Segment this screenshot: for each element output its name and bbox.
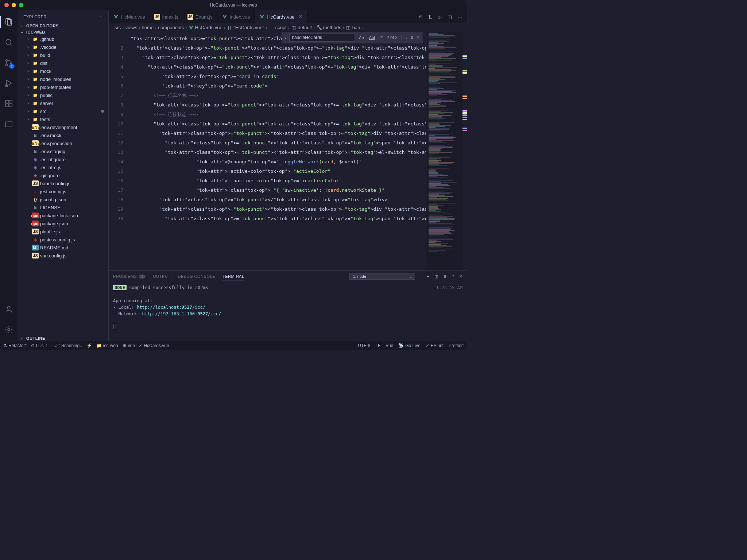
editor-tab[interactable]: JSEnum.js (183, 10, 217, 23)
window-close-button[interactable] (4, 3, 9, 7)
window-minimize-button[interactable] (12, 3, 16, 7)
open-editors-section[interactable]: ›OPEN EDITORS (18, 23, 108, 29)
terminal-cursor (113, 324, 116, 329)
new-terminal-icon[interactable]: + (427, 274, 429, 279)
status-scanning[interactable]: {..} : Scanning.. (52, 343, 82, 348)
status-refactor[interactable]: ⚗ Refactor* (3, 343, 27, 348)
terminal-content[interactable]: 11:23:45 AM DONE Compiled successfully i… (109, 282, 467, 341)
sidebar-more-icon[interactable]: ⋯ (98, 14, 103, 19)
split-editor-icon[interactable]: ◫ (448, 14, 452, 20)
code-content[interactable]: "tok-attr">class"tok-op">="tok-punct"><"… (131, 32, 426, 270)
tree-item[interactable]: ›📁dist (18, 59, 108, 67)
file-tree: ›📁.github›📁.vscode›📁build›📁dist›📁mock›📁n… (18, 35, 108, 335)
tree-item[interactable]: ♨jest.config.js (18, 187, 108, 195)
tree-item[interactable]: .ENV.env.development (18, 123, 108, 131)
status-problems[interactable]: ⊘ 0 ⚠ 1 (31, 343, 48, 348)
tree-item[interactable]: 🗎.env.mock (18, 131, 108, 139)
tree-item[interactable]: 🗎LICENSE (18, 203, 108, 211)
find-case-icon[interactable]: Aa (358, 35, 365, 40)
outline-section[interactable]: ›OUTLINE (18, 335, 108, 341)
status-encoding[interactable]: UTF-8 (358, 343, 370, 348)
tree-item[interactable]: ›📁.github (18, 35, 108, 43)
debug-console-tab[interactable]: DEBUG CONSOLE (178, 274, 215, 279)
tree-item[interactable]: ◆.gitignore (18, 171, 108, 179)
bottom-panel: PROBLEMS1 OUTPUT DEBUG CONSOLE TERMINAL … (109, 270, 467, 341)
more-actions-icon[interactable]: ⋯ (458, 14, 462, 20)
minimap[interactable] (426, 32, 462, 270)
editor-tab[interactable]: JSindex.js (150, 10, 183, 23)
timeline-icon[interactable]: ⟲ (418, 14, 422, 20)
editor-tab[interactable]: HcMap.vue (109, 10, 150, 23)
terminal-tab[interactable]: TERMINAL (222, 274, 244, 280)
tree-item[interactable]: JSbabel.config.js (18, 179, 108, 187)
tree-item[interactable]: ›📁.vscode (18, 43, 108, 51)
problems-tab[interactable]: PROBLEMS1 (113, 274, 146, 279)
tree-item[interactable]: ◉.eslintrc.js (18, 163, 108, 171)
maximize-panel-icon[interactable]: ^ (452, 274, 454, 279)
status-port[interactable]: ⚡ (86, 343, 92, 348)
editor-tab[interactable]: index.vue (217, 10, 255, 23)
tree-item[interactable]: npmpackage-lock.json (18, 211, 108, 219)
status-vue[interactable]: ⚙ vue | ✓ HcCards.vue (123, 343, 169, 348)
tree-item[interactable]: ›📁mock (18, 67, 108, 75)
project-section[interactable]: ⌄ICC-WEB (18, 29, 108, 35)
tree-item[interactable]: JSvue.config.js (18, 252, 108, 260)
tree-item[interactable]: {}jsconfig.json (18, 195, 108, 203)
sidebar: EXPLORER ⋯ ›OPEN EDITORS ⌄ICC-WEB ›📁.git… (18, 10, 109, 341)
svg-point-5 (6, 64, 8, 66)
tree-item[interactable]: npmpackage.json (18, 219, 108, 228)
tree-item[interactable]: M↓README.md (18, 244, 108, 252)
explorer-icon[interactable] (0, 13, 18, 31)
scm-icon[interactable]: 1 (0, 54, 18, 71)
run-icon[interactable]: ▷ (438, 14, 442, 20)
tree-item[interactable]: ◉.eslintignore (18, 155, 108, 163)
editor-tabs: HcMap.vueJSindex.jsJSEnum.jsindex.vueHcC… (109, 10, 467, 23)
tab-close-icon[interactable]: ✕ (298, 14, 303, 20)
breadcrumb[interactable]: src›views›home›components›HcCards.vue›{}… (109, 23, 467, 32)
window-title: HcCards.vue — icc-web (210, 3, 257, 8)
tree-item[interactable]: .ENV.env.production (18, 139, 108, 147)
find-close-icon[interactable]: ✕ (416, 35, 420, 40)
status-folder[interactable]: 📁 icc-web (96, 343, 118, 348)
status-golive[interactable]: 📡 Go Live (398, 343, 420, 348)
account-icon[interactable] (0, 300, 18, 318)
tree-item[interactable]: ◉postcss.config.js (18, 236, 108, 244)
tree-item[interactable]: ›📁tests (18, 115, 108, 123)
extensions-icon[interactable] (0, 95, 18, 112)
tree-item[interactable]: ›📁node_modules (18, 75, 108, 83)
tree-item[interactable]: ›📁plop-templates (18, 83, 108, 91)
output-tab[interactable]: OUTPUT (153, 274, 170, 279)
tree-item[interactable]: ›📁public (18, 91, 108, 99)
close-panel-icon[interactable]: ✕ (459, 274, 462, 279)
find-next-icon[interactable]: ↓ (406, 35, 408, 40)
status-eol[interactable]: LF (375, 343, 380, 348)
tree-item[interactable]: JSplopfile.js (18, 228, 108, 236)
svg-rect-9 (5, 100, 8, 103)
settings-icon[interactable] (0, 321, 18, 338)
tree-item[interactable]: ›📁server (18, 99, 108, 107)
activity-bar: 1 (0, 10, 18, 341)
find-word-icon[interactable]: Abl (368, 35, 376, 40)
window-maximize-button[interactable] (19, 3, 23, 7)
kill-terminal-icon[interactable]: 🗑 (443, 274, 447, 279)
project-icon[interactable] (0, 115, 18, 133)
terminal-select[interactable]: 1: node⌄ (349, 273, 415, 280)
status-lang[interactable]: Vue (386, 343, 393, 348)
find-expand-icon[interactable]: › (285, 35, 286, 40)
status-bar: ⚗ Refactor* ⊘ 0 ⚠ 1 {..} : Scanning.. ⚡ … (0, 341, 467, 350)
status-eslint[interactable]: ✓ ESLint (426, 343, 444, 348)
find-selection-icon[interactable]: ≡ (411, 35, 413, 40)
diff-icon[interactable]: ⇅ (428, 14, 432, 20)
find-regex-icon[interactable]: ·* (379, 35, 384, 40)
search-icon[interactable] (0, 34, 18, 51)
find-input[interactable] (289, 34, 355, 42)
svg-point-14 (8, 328, 10, 331)
status-prettier[interactable]: Prettier: (449, 343, 464, 348)
debug-icon[interactable] (0, 74, 18, 92)
tree-item[interactable]: ›📁build (18, 51, 108, 59)
tree-item[interactable]: 🗎.env.staging (18, 147, 108, 155)
find-prev-icon[interactable]: ↑ (400, 35, 403, 40)
split-terminal-icon[interactable]: ◫ (434, 274, 438, 279)
tree-item[interactable]: ›📁src (18, 107, 108, 115)
editor-tab[interactable]: HcCards.vue✕ (255, 10, 307, 23)
